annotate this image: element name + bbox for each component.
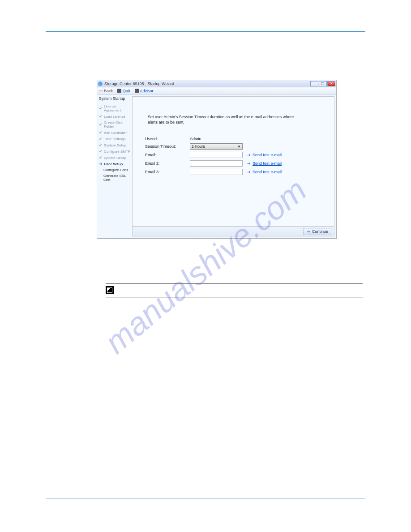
note-icon	[106, 286, 114, 294]
sidebar-step-label: Load License	[104, 115, 125, 119]
userid-value: Admin	[190, 137, 244, 141]
sidebar-step-7[interactable]: ✔Update Setup	[98, 154, 131, 161]
email-label-1: Email 2:	[145, 161, 186, 166]
send-test-link-2[interactable]: ➔Send test e-mail	[247, 170, 325, 174]
page-top-rule	[46, 31, 365, 32]
quit-button[interactable]: Quit	[117, 89, 130, 93]
sidebar-step-label: License Agreement	[104, 104, 131, 112]
continue-label: Continue	[312, 229, 328, 234]
check-icon: ✔	[99, 155, 103, 160]
sidebar-step-label: Configure SMTP	[104, 150, 130, 154]
sidebar-title: System Startup	[98, 96, 131, 101]
sidebar-step-label: Time Settings	[104, 137, 126, 141]
email-field-2[interactable]	[190, 169, 243, 175]
email-label-2: Email 3:	[145, 170, 186, 174]
sidebar-step-2[interactable]: ✔Create Disk Folder	[98, 120, 131, 129]
close-button[interactable]: ✕	[327, 81, 335, 86]
check-icon: ✔	[99, 122, 103, 127]
advisor-button[interactable]: Advisor	[135, 89, 154, 93]
arrow-right-icon: ➔	[247, 153, 251, 157]
send-test-label: Send test e-mail	[253, 170, 282, 174]
advisor-icon	[135, 89, 139, 93]
chevron-down-icon: ▼	[237, 145, 241, 149]
back-arrow-icon: ⇦	[99, 88, 103, 93]
check-icon: ✔	[99, 149, 103, 154]
email-label-0: Email:	[145, 153, 186, 157]
minimize-button[interactable]: —	[310, 81, 318, 86]
sidebar-step-8[interactable]: ➔User Setup	[98, 161, 131, 167]
sidebar-step-label: Add Controller	[104, 131, 127, 135]
arrow-right-icon: ➔	[99, 162, 103, 166]
sidebar-step-label: Configure Ports	[103, 168, 128, 172]
continue-button[interactable]: ➔ Continue	[304, 228, 331, 235]
email-field-1[interactable]	[190, 160, 243, 167]
arrow-right-icon: ➔	[247, 161, 251, 166]
email-field-0[interactable]	[190, 152, 243, 158]
sidebar-step-3[interactable]: ✔Add Controller	[98, 129, 131, 136]
app-icon	[98, 82, 103, 86]
sidebar-step-label: Generate SSL Cert	[103, 174, 131, 182]
wizard-toolbar: ⇦ Back Quit Advisor	[97, 87, 336, 94]
check-icon: ✔	[99, 106, 103, 111]
send-test-label: Send test e-mail	[253, 161, 282, 166]
maximize-button[interactable]: ▢	[319, 81, 327, 86]
sidebar-step-label: Update Setup	[104, 156, 126, 160]
document-note-block	[106, 283, 363, 297]
quit-icon	[117, 89, 121, 93]
window-titlebar: Storage Center 69105 - Startup Wizard — …	[97, 80, 336, 87]
session-timeout-value: 2 Hours	[192, 144, 205, 149]
sidebar-step-1[interactable]: ✔Load License	[98, 113, 131, 120]
check-icon: ✔	[99, 130, 103, 135]
wizard-body: System Startup ✔License Agreement✔Load L…	[97, 94, 336, 238]
arrow-right-icon: ➔	[247, 170, 251, 174]
wizard-footer: ➔ Continue	[133, 226, 334, 236]
window-title: Storage Center 69105 - Startup Wizard	[104, 82, 310, 86]
quit-label: Quit	[123, 89, 130, 93]
send-test-link-0[interactable]: ➔Send test e-mail	[247, 153, 325, 157]
back-button[interactable]: ⇦ Back	[99, 88, 113, 93]
advisor-label: Advisor	[140, 89, 154, 93]
sidebar-step-4[interactable]: ✔Time Settings	[98, 136, 131, 142]
instruction-text: Set user Admin's Session Timeout duratio…	[145, 115, 325, 125]
note-bottom-rule	[106, 297, 363, 297]
sidebar-step-6[interactable]: ✔Configure SMTP	[98, 148, 131, 154]
userid-label: Userid:	[145, 137, 186, 141]
wizard-sidebar: System Startup ✔License Agreement✔Load L…	[97, 94, 132, 238]
sidebar-step-5[interactable]: ✔System Setup	[98, 142, 131, 148]
sidebar-step-label: System Setup	[104, 143, 126, 147]
session-timeout-select[interactable]: 2 Hours ▼	[190, 143, 243, 150]
check-icon: ✔	[99, 114, 103, 119]
wizard-content-panel: Set user Admin's Session Timeout duratio…	[132, 96, 334, 236]
startup-wizard-window: Storage Center 69105 - Startup Wizard — …	[97, 80, 337, 239]
sidebar-step-9[interactable]: Configure Ports	[98, 167, 131, 173]
sidebar-step-label: Create Disk Folder	[104, 120, 131, 129]
send-test-link-1[interactable]: ➔Send test e-mail	[247, 161, 325, 166]
back-label: Back	[104, 89, 113, 93]
sidebar-step-0[interactable]: ✔License Agreement	[98, 103, 131, 113]
send-test-label: Send test e-mail	[253, 153, 282, 157]
session-timeout-label: Session Timeout:	[145, 144, 186, 149]
page-bottom-rule	[46, 498, 365, 498]
sidebar-step-10[interactable]: Generate SSL Cert	[98, 173, 131, 183]
sidebar-step-label: User Setup	[104, 162, 123, 166]
check-icon: ✔	[99, 143, 103, 147]
check-icon: ✔	[99, 137, 103, 141]
continue-arrow-icon: ➔	[307, 229, 310, 234]
